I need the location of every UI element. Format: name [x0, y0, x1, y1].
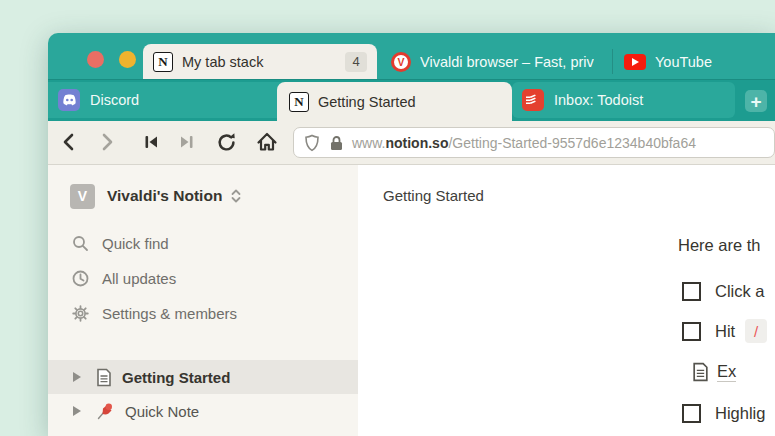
screenshot-stage: N My tab stack 4 V Vivaldi browser – Fas… — [0, 0, 775, 436]
todo-item-hit-slash: Hit / — [682, 319, 767, 343]
tab-stack-label: My tab stack — [182, 54, 345, 70]
tab-youtube[interactable]: YouTube — [614, 44, 775, 79]
todoist-icon — [522, 89, 544, 111]
forward-button[interactable] — [96, 131, 118, 153]
page-link-label: Ex — [717, 362, 736, 382]
sidebar-item-label: Settings & members — [102, 305, 237, 322]
checkbox[interactable] — [682, 404, 701, 423]
todo-item-highlight: Highlig — [682, 401, 765, 425]
sidebar-item-all-updates[interactable]: All updates — [70, 265, 350, 291]
tab-separator — [612, 49, 613, 74]
tab-label: Inbox: Todoist — [554, 92, 643, 108]
gear-icon — [70, 305, 90, 322]
fast-forward-button[interactable] — [176, 131, 198, 153]
workspace-avatar: V — [70, 184, 95, 209]
pushpin-icon — [96, 402, 115, 421]
clock-icon — [70, 270, 90, 287]
tab-label: Vivaldi browser – Fast, priv — [420, 54, 594, 70]
notion-icon: N — [153, 52, 173, 72]
chevron-updown-icon — [230, 188, 242, 204]
sidebar-page-getting-started[interactable]: Getting Started — [48, 360, 358, 394]
sidebar-item-quick-find[interactable]: Quick find — [70, 230, 350, 256]
notion-icon: N — [289, 92, 309, 112]
sidebar-page-label: Quick Note — [125, 403, 199, 420]
checkbox[interactable] — [682, 282, 701, 301]
url-text: www.notion.so/Getting-Started-9557d6e123… — [352, 135, 696, 151]
tab-label: Getting Started — [318, 94, 416, 110]
address-bar[interactable]: www.notion.so/Getting-Started-9557d6e123… — [293, 127, 775, 158]
back-button[interactable] — [58, 131, 80, 153]
workspace-name: Vivaldi's Notion — [107, 187, 222, 205]
workspace-switcher[interactable]: V Vivaldi's Notion — [70, 181, 350, 211]
intro-text: Here are th — [678, 236, 761, 255]
rewind-button[interactable] — [140, 131, 162, 153]
embedded-page-link[interactable]: Ex — [692, 362, 736, 382]
expand-arrow-icon[interactable] — [73, 406, 81, 416]
todo-label: Highlig — [715, 404, 765, 423]
slash-key-badge: / — [745, 319, 767, 343]
close-window-button[interactable] — [87, 51, 104, 68]
lock-icon — [329, 135, 344, 151]
new-tab-button[interactable]: + — [745, 90, 767, 112]
tab-discord[interactable]: Discord — [48, 82, 285, 118]
sidebar-page-quick-note[interactable]: Quick Note — [48, 394, 358, 428]
todo-label: Click a — [715, 282, 765, 301]
breadcrumb[interactable]: Getting Started — [383, 187, 484, 204]
tab-stack-count-badge: 4 — [345, 52, 367, 72]
sidebar-item-label: Quick find — [102, 235, 169, 252]
sidebar-page-label: Getting Started — [122, 369, 230, 386]
expand-arrow-icon[interactable] — [73, 372, 81, 382]
vivaldi-icon: V — [391, 52, 411, 72]
home-button[interactable] — [256, 131, 278, 153]
tab-getting-started-active[interactable]: N Getting Started — [277, 82, 512, 121]
tab-vivaldi-browser[interactable]: V Vivaldi browser – Fast, priv — [381, 44, 611, 79]
page-icon — [692, 362, 709, 382]
checkbox[interactable] — [682, 322, 701, 341]
url-path: /Getting-Started-9557d6e1234b40bfa64 — [448, 135, 696, 151]
tab-label: YouTube — [655, 54, 712, 70]
shield-icon[interactable] — [304, 134, 320, 152]
youtube-icon — [624, 54, 646, 70]
reload-button[interactable] — [215, 131, 237, 153]
minimize-window-button[interactable] — [119, 51, 136, 68]
url-www: www. — [352, 135, 385, 151]
page-icon — [96, 368, 112, 387]
search-icon — [70, 235, 90, 252]
todo-item-click: Click a — [682, 279, 765, 303]
url-domain: notion.so — [385, 135, 448, 151]
tab-inbox-todoist[interactable]: Inbox: Todoist — [512, 82, 735, 118]
todo-label: Hit — [715, 322, 735, 341]
discord-icon — [58, 89, 80, 111]
sidebar-item-label: All updates — [102, 270, 176, 287]
sidebar-item-settings-members[interactable]: Settings & members — [70, 300, 350, 326]
tab-label: Discord — [90, 92, 139, 108]
tab-stack-my-tab-stack[interactable]: N My tab stack 4 — [143, 44, 377, 79]
